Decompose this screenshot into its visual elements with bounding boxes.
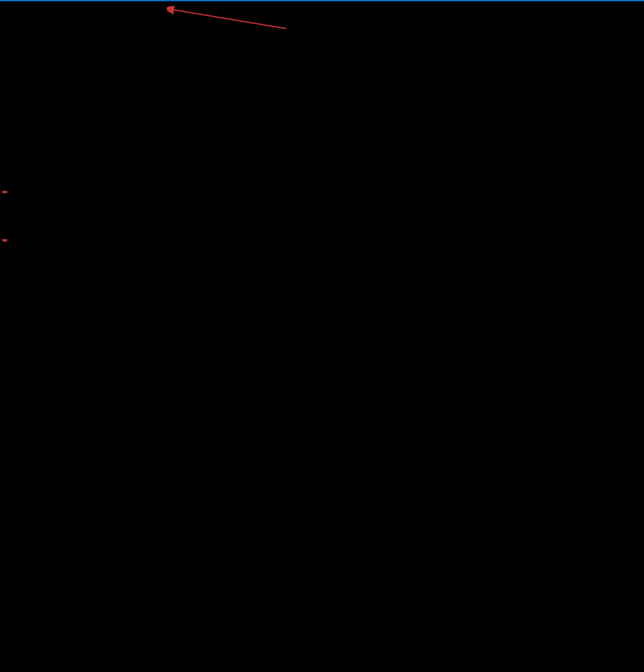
commands-header xyxy=(2,239,7,241)
management-commands-header xyxy=(2,191,7,193)
window-top-bar xyxy=(0,0,644,1)
svg-line-1 xyxy=(172,10,286,29)
annotation-arrow-icon xyxy=(167,6,298,30)
